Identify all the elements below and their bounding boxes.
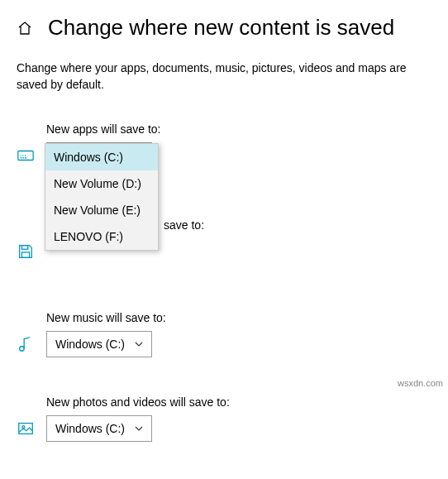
svg-point-11: [22, 426, 25, 429]
page-title: Change where new content is saved: [48, 15, 394, 41]
music-select[interactable]: Windows (C:): [46, 331, 152, 357]
photos-label: New photos and videos will save to:: [46, 395, 431, 409]
chevron-down-icon: [135, 422, 143, 435]
dropdown-item[interactable]: New Volume (D:): [45, 170, 158, 197]
music-select-value: Windows (C:): [55, 338, 125, 351]
drive-dropdown[interactable]: Windows (C:) New Volume (D:) New Volume …: [45, 143, 159, 251]
page-description: Change where your apps, documents, music…: [0, 47, 448, 99]
photo-icon: [17, 419, 35, 438]
save-icon: [17, 242, 35, 261]
music-icon: [17, 335, 35, 353]
music-label: New music will save to:: [46, 311, 431, 324]
svg-rect-8: [21, 252, 29, 257]
svg-point-9: [20, 347, 25, 352]
dropdown-item[interactable]: LENOVO (F:): [45, 223, 158, 250]
apps-label: New apps will save to:: [46, 122, 431, 136]
section-photos: New photos and videos will save to: Wind…: [0, 386, 448, 442]
dropdown-item[interactable]: New Volume (E:): [45, 197, 158, 223]
header: Change where new content is saved: [0, 0, 448, 47]
section-music: New music will save to: Windows (C:): [0, 301, 448, 357]
home-icon[interactable]: [17, 20, 33, 36]
photos-select-value: Windows (C:): [55, 422, 125, 435]
watermark: wsxdn.com: [398, 378, 443, 388]
photos-select[interactable]: Windows (C:): [46, 415, 152, 442]
apps-icon: [17, 146, 35, 165]
section-movies: New movies and TV shows will save to: Wi…: [0, 472, 448, 479]
svg-rect-7: [21, 246, 27, 250]
dropdown-item[interactable]: Windows (C:): [45, 144, 158, 170]
chevron-down-icon: [135, 338, 143, 351]
